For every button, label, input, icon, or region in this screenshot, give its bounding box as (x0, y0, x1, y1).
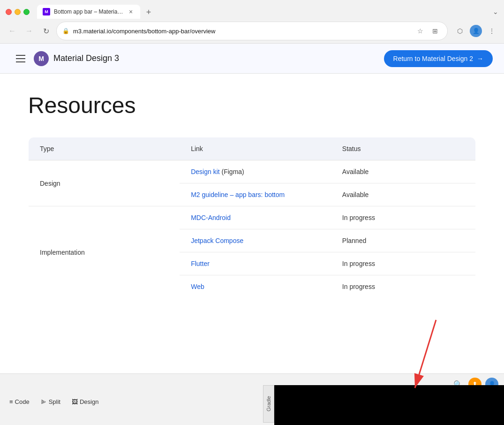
link-cell: Design kit (Figma) (180, 160, 331, 183)
back-button[interactable]: ← (6, 24, 19, 38)
status-cell: Planned (331, 229, 476, 252)
forward-button[interactable]: → (23, 24, 36, 38)
status-cell: Available (331, 160, 476, 183)
resources-table: Type Link Status Design Design kit (Figm… (28, 137, 476, 298)
gradle-panel[interactable]: Gradle (263, 385, 274, 423)
minimize-button[interactable] (15, 9, 21, 15)
web-link[interactable]: Web (191, 283, 204, 290)
link-cell: Web (180, 275, 331, 298)
design-kit-link[interactable]: Design kit (191, 168, 219, 175)
table-row: Design Design kit (Figma) Available (29, 160, 476, 183)
hamburger-line (16, 58, 25, 59)
bottom-toolbar: 🔍 ⬆ 👤 ≡ Code ⫸ Split 🖼 Design Gradle (0, 373, 504, 425)
title-bar: M Bottom app bar – Material Des × + ⌄ (0, 0, 504, 19)
m2-guideline-link[interactable]: M2 guideline – app bars: bottom (191, 191, 285, 198)
chevron-down-icon[interactable]: ⌄ (493, 8, 498, 15)
return-btn-label: Return to Material Design 2 (393, 55, 473, 62)
logo-icon: M (34, 51, 49, 66)
black-overlay (274, 385, 504, 425)
tab-favicon: M (43, 8, 50, 15)
code-tab[interactable]: ≡ Code (6, 396, 33, 407)
tab-title: Bottom app bar – Material Des (54, 8, 123, 15)
link-cell: Jetpack Compose (180, 229, 331, 252)
nav-bar: ← → ↻ 🔒 m3.material.io/components/bottom… (0, 19, 504, 43)
link-column-header: Link (180, 137, 331, 160)
hamburger-line (16, 61, 25, 62)
back-icon: ← (8, 27, 16, 35)
extensions-button[interactable]: ⬡ (453, 24, 466, 38)
link-cell: MDC-Android (180, 206, 331, 229)
design-tab[interactable]: 🖼 Design (68, 396, 102, 407)
maximize-button[interactable] (23, 9, 30, 15)
new-tab-button[interactable]: + (142, 6, 155, 19)
code-icon: ≡ (9, 398, 13, 405)
status-column-header: Status (331, 137, 476, 160)
code-label: Code (15, 398, 30, 405)
main-content: Resources Type Link Status Design Design… (0, 74, 504, 317)
status-cell: In progress (331, 252, 476, 275)
status-cell: In progress (331, 206, 476, 229)
tab-close-button[interactable]: × (127, 8, 135, 15)
address-bar[interactable]: 🔒 m3.material.io/components/bottom-app-b… (56, 22, 448, 40)
avatar: 👤 (470, 25, 482, 37)
link-cell: Flutter (180, 252, 331, 275)
status-cell: Available (331, 183, 476, 206)
split-icon: ⫸ (41, 398, 47, 405)
lock-icon: 🔒 (62, 28, 69, 34)
traffic-lights (6, 9, 30, 15)
type-cell: Implementation (29, 206, 180, 298)
table-container: Type Link Status Design Design kit (Figm… (28, 137, 476, 298)
refresh-icon: ↻ (43, 27, 49, 36)
site-header: M Material Design 3 Return to Material D… (0, 44, 504, 74)
jetpack-compose-link[interactable]: Jetpack Compose (191, 237, 243, 244)
refresh-button[interactable]: ↻ (39, 24, 53, 38)
design-icon: 🖼 (72, 398, 78, 405)
page-title: Resources (28, 92, 476, 118)
forward-icon: → (25, 27, 33, 35)
mdc-android-link[interactable]: MDC-Android (191, 214, 231, 221)
table-row: Implementation MDC-Android In progress (29, 206, 476, 229)
more-button[interactable]: ⋮ (485, 24, 498, 38)
profile-button[interactable]: 👤 (469, 24, 482, 38)
return-to-m2-button[interactable]: Return to Material Design 2 → (384, 50, 493, 67)
figma-suffix: (Figma) (222, 168, 244, 175)
bookmark-button[interactable]: ☆ (414, 24, 427, 38)
browser-actions: ⬡ 👤 ⋮ (453, 24, 498, 38)
close-button[interactable] (6, 9, 12, 15)
flutter-link[interactable]: Flutter (191, 260, 210, 267)
tab-bar: M Bottom app bar – Material Des × + (37, 5, 489, 19)
status-cell: In progress (331, 275, 476, 298)
split-tab[interactable]: ⫸ Split (37, 396, 64, 407)
gradle-label: Gradle (266, 396, 271, 411)
active-tab[interactable]: M Bottom app bar – Material Des × (37, 5, 140, 19)
arrow-right-icon: → (477, 55, 483, 62)
site-title: Material Design 3 (53, 53, 119, 63)
address-actions: ☆ ⊞ (414, 24, 442, 38)
design-label: Design (80, 398, 98, 405)
address-text: m3.material.io/components/bottom-app-bar… (73, 28, 410, 35)
type-column-header: Type (29, 137, 180, 160)
avatar-text: 👤 (473, 28, 480, 34)
site-logo: M Material Design 3 (34, 51, 119, 66)
table-header: Type Link Status (29, 137, 476, 160)
table-body: Design Design kit (Figma) Available M2 g… (29, 160, 476, 298)
link-cell: M2 guideline – app bars: bottom (180, 183, 331, 206)
split-label: Split (49, 398, 60, 405)
browser-chrome: M Bottom app bar – Material Des × + ⌄ ← … (0, 0, 504, 44)
hamburger-button[interactable] (11, 49, 30, 68)
type-cell: Design (29, 160, 180, 206)
reading-mode-button[interactable]: ⊞ (429, 24, 442, 38)
hamburger-line (16, 55, 25, 56)
